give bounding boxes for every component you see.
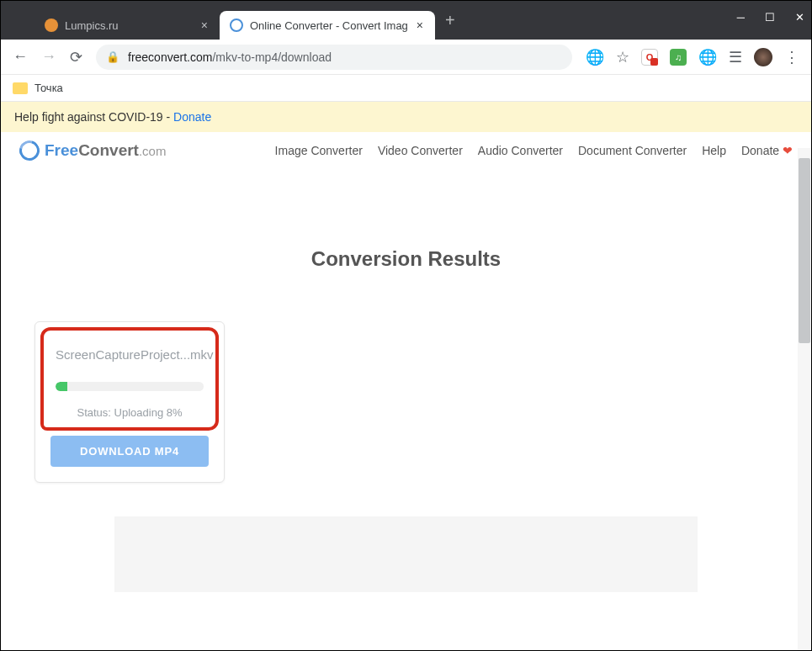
bookmark-item[interactable]: Точка <box>34 82 63 94</box>
lock-icon: 🔒 <box>106 50 119 63</box>
nav-image-converter[interactable]: Image Converter <box>275 144 363 157</box>
extension-music[interactable]: ♫ <box>670 49 687 66</box>
nav-video-converter[interactable]: Video Converter <box>378 144 463 157</box>
site-header: FreeConvert.com Image Converter Video Co… <box>1 132 811 167</box>
browser-titlebar: Lumpics.ru × Online Converter - Convert … <box>1 1 811 40</box>
nav-document-converter[interactable]: Document Converter <box>578 144 687 157</box>
close-window-button[interactable]: ✕ <box>795 11 804 24</box>
menu-icon[interactable]: ⋮ <box>784 48 799 66</box>
profile-avatar[interactable] <box>754 48 772 66</box>
progress-fill <box>56 382 67 391</box>
download-button[interactable]: DOWNLOAD MP4 <box>50 436 209 467</box>
favicon-freeconvert <box>230 19 243 32</box>
nav-audio-converter[interactable]: Audio Converter <box>478 144 563 157</box>
upload-highlight: ScreenCaptureProject...mkv Status: Uploa… <box>40 327 219 431</box>
address-bar: ← → ⟳ 🔒 freeconvert.com/mkv-to-mp4/downl… <box>1 40 811 75</box>
minimize-button[interactable]: ─ <box>737 11 745 24</box>
page-content: Help fight against COVID-19 - Donate Fre… <box>1 102 811 650</box>
favicon-lumpics <box>45 19 58 32</box>
star-icon[interactable]: ☆ <box>616 48 629 66</box>
nav-help[interactable]: Help <box>702 144 726 157</box>
conversion-card: ScreenCaptureProject...mkv Status: Uploa… <box>34 321 225 483</box>
tab-title: Online Converter - Convert Imag <box>250 19 408 32</box>
logo-text: FreeConvert.com <box>45 141 166 160</box>
tab-title: Lumpics.ru <box>65 19 193 32</box>
page-title: Conversion Results <box>1 247 811 271</box>
new-tab-button[interactable]: + <box>435 11 465 30</box>
forward-button[interactable]: → <box>41 48 56 66</box>
progress-bar <box>56 382 204 391</box>
results-area: ScreenCaptureProject...mkv Status: Uploa… <box>1 321 811 483</box>
bookmarks-bar: Точка <box>1 75 811 102</box>
tab-lumpics[interactable]: Lumpics.ru × <box>34 11 220 40</box>
url-text: freeconvert.com/mkv-to-mp4/download <box>128 50 332 64</box>
reading-list-icon[interactable]: ☰ <box>729 48 742 66</box>
status-text: Status: Uploading 8% <box>56 406 204 419</box>
donate-link[interactable]: Donate <box>173 110 211 124</box>
translate-icon[interactable]: 🌐 <box>586 48 604 66</box>
nav-links: Image Converter Video Converter Audio Co… <box>191 144 793 157</box>
ad-placeholder <box>114 516 698 592</box>
scrollbar-thumb[interactable] <box>799 158 810 343</box>
covid-banner: Help fight against COVID-19 - Donate <box>1 102 811 132</box>
progress-wrap <box>56 382 204 391</box>
back-button[interactable]: ← <box>13 48 28 66</box>
folder-icon <box>13 82 28 94</box>
maximize-button[interactable]: ☐ <box>765 11 775 24</box>
heart-icon: ❤ <box>783 144 793 157</box>
site-logo[interactable]: FreeConvert.com <box>19 140 166 161</box>
window-controls: ─ ☐ ✕ <box>737 11 804 24</box>
close-icon[interactable]: × <box>415 19 425 32</box>
close-icon[interactable]: × <box>199 19 210 32</box>
file-name: ScreenCaptureProject...mkv <box>56 347 204 362</box>
reload-button[interactable]: ⟳ <box>70 48 82 66</box>
logo-icon <box>16 137 44 165</box>
toolbar-right: 🌐 ☆ O ♫ 🌐 ☰ ⋮ <box>586 48 799 66</box>
covid-text: Help fight against COVID-19 - <box>14 110 173 124</box>
vertical-scrollbar[interactable] <box>798 148 811 650</box>
nav-donate[interactable]: Donate ❤ <box>741 144 793 157</box>
extension-globe[interactable]: 🌐 <box>698 48 717 66</box>
tab-freeconvert[interactable]: Online Converter - Convert Imag × <box>220 11 435 40</box>
url-box[interactable]: 🔒 freeconvert.com/mkv-to-mp4/download <box>96 45 572 70</box>
extension-opera[interactable]: O <box>641 49 658 66</box>
